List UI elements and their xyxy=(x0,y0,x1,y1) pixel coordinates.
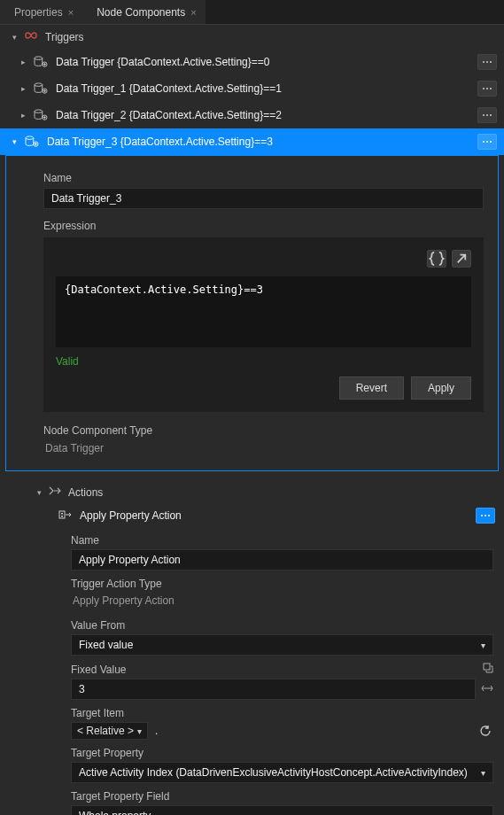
svg-point-21 xyxy=(490,114,492,116)
svg-point-22 xyxy=(26,136,34,140)
database-icon xyxy=(33,56,49,68)
target-item-path: . xyxy=(151,725,474,737)
more-button[interactable] xyxy=(476,508,495,524)
svg-point-30 xyxy=(481,515,483,516)
more-button[interactable] xyxy=(477,54,497,70)
target-item-chip[interactable]: < Relative > ▾ xyxy=(71,722,148,740)
svg-point-9 xyxy=(483,61,485,63)
trigger-row[interactable]: Data Trigger_1 {DataContext.Active.Setti… xyxy=(0,75,504,102)
action-label: Apply Property Action xyxy=(80,509,469,522)
trigger-label: Data Trigger_1 {DataContext.Active.Setti… xyxy=(56,82,470,95)
svg-rect-29 xyxy=(61,516,63,517)
action-properties: Name Trigger Action Type Apply Property … xyxy=(0,529,504,815)
fixed-value-label: Fixed Value xyxy=(71,663,493,676)
actions-section: Actions Apply Property Action Name Trigg… xyxy=(0,475,504,815)
more-button[interactable] xyxy=(477,134,497,150)
svg-rect-27 xyxy=(59,511,65,518)
svg-point-10 xyxy=(486,61,488,63)
name-label: Name xyxy=(43,172,484,184)
target-property-value: Active Activity Index (DataDrivenExclusi… xyxy=(79,766,468,779)
chevron-right-icon[interactable] xyxy=(21,111,26,120)
name-input[interactable] xyxy=(71,549,493,570)
value-from-label: Value From xyxy=(71,619,493,632)
actions-arrow-icon xyxy=(49,485,61,499)
tab-bar: Properties × Node Components × xyxy=(0,0,504,25)
chevron-down-icon[interactable] xyxy=(12,137,17,146)
validation-status: Valid xyxy=(56,355,471,368)
target-item-label: Target Item xyxy=(71,707,493,719)
database-icon xyxy=(24,136,40,148)
svg-point-14 xyxy=(483,88,485,89)
svg-point-16 xyxy=(490,88,492,89)
chevron-down-icon: ▾ xyxy=(137,726,142,736)
target-property-field-select[interactable]: Whole property ▾ xyxy=(71,805,493,815)
actions-header[interactable]: Actions xyxy=(0,482,504,502)
more-button[interactable] xyxy=(477,81,497,97)
name-label: Name xyxy=(71,534,493,547)
svg-point-20 xyxy=(486,114,488,116)
svg-point-11 xyxy=(490,61,492,63)
tab-node-components[interactable]: Node Components × xyxy=(82,0,205,24)
trigger-row[interactable]: Data Trigger_2 {DataContext.Active.Setti… xyxy=(0,102,504,128)
chevron-down-icon: ▾ xyxy=(481,768,485,778)
svg-point-25 xyxy=(486,141,488,143)
chevron-down-icon: ▾ xyxy=(481,640,485,650)
svg-point-17 xyxy=(35,110,43,113)
fixed-value-input[interactable] xyxy=(71,679,476,700)
expression-box: Valid Revert Apply xyxy=(43,237,484,412)
action-row[interactable]: Apply Property Action xyxy=(0,502,504,529)
svg-point-12 xyxy=(35,83,43,87)
target-property-select[interactable]: Active Activity Index (DataDrivenExclusi… xyxy=(71,762,493,783)
trigger-action-type-label: Trigger Action Type xyxy=(71,578,493,590)
name-input[interactable] xyxy=(43,188,484,209)
triggers-header[interactable]: Triggers xyxy=(0,25,504,49)
chevron-down-icon xyxy=(37,488,42,497)
svg-point-15 xyxy=(486,88,488,89)
target-property-field-value: Whole property xyxy=(79,810,151,815)
tab-properties[interactable]: Properties × xyxy=(0,0,82,24)
svg-point-32 xyxy=(488,515,490,516)
trigger-action-type-value: Apply Property Action xyxy=(71,593,493,612)
svg-point-31 xyxy=(485,515,486,516)
trigger-detail-panel: Name Expression Valid Revert Apply Node … xyxy=(5,155,499,471)
close-icon[interactable]: × xyxy=(190,7,196,18)
value-from-value: Fixed value xyxy=(79,639,133,651)
close-icon[interactable]: × xyxy=(68,7,74,18)
braces-icon[interactable] xyxy=(427,250,446,268)
triggers-label: Triggers xyxy=(45,31,84,43)
svg-point-7 xyxy=(35,57,43,60)
link-icon[interactable] xyxy=(483,663,493,676)
component-type-label: Node Component Type xyxy=(43,424,484,437)
trigger-label: Data Trigger_3 {DataContext.Active.Setti… xyxy=(47,136,470,148)
trigger-label: Data Trigger_2 {DataContext.Active.Setti… xyxy=(56,109,470,121)
value-from-select[interactable]: Fixed value ▾ xyxy=(71,634,493,656)
target-property-label: Target Property xyxy=(71,747,493,759)
refresh-icon[interactable] xyxy=(477,723,493,739)
expression-code[interactable] xyxy=(56,276,471,347)
chevron-right-icon[interactable] xyxy=(21,84,26,93)
drag-handle-icon[interactable] xyxy=(481,683,493,695)
svg-rect-28 xyxy=(61,513,63,515)
apply-action-icon xyxy=(58,508,73,524)
expression-label: Expression xyxy=(43,220,484,232)
revert-button[interactable]: Revert xyxy=(339,376,404,400)
popout-icon[interactable] xyxy=(452,250,471,268)
tab-node-components-label: Node Components xyxy=(97,6,185,19)
database-icon xyxy=(33,82,49,95)
chevron-right-icon[interactable] xyxy=(21,58,26,66)
svg-point-19 xyxy=(483,114,485,116)
trigger-row-selected[interactable]: Data Trigger_3 {DataContext.Active.Setti… xyxy=(0,128,504,155)
database-icon xyxy=(33,109,49,121)
apply-button[interactable]: Apply xyxy=(411,376,471,400)
component-type-value: Data Trigger xyxy=(43,440,484,460)
more-button[interactable] xyxy=(477,107,497,123)
svg-point-24 xyxy=(483,141,485,143)
target-property-field-label: Target Property Field xyxy=(71,790,493,803)
chevron-down-icon xyxy=(12,33,17,42)
svg-rect-33 xyxy=(484,664,490,670)
trigger-row[interactable]: Data Trigger {DataContext.Active.Setting… xyxy=(0,49,504,75)
triggers-infinity-icon xyxy=(24,30,38,43)
svg-point-26 xyxy=(490,141,492,143)
chevron-down-icon: ▾ xyxy=(481,811,485,816)
trigger-label: Data Trigger {DataContext.Active.Setting… xyxy=(56,56,470,68)
